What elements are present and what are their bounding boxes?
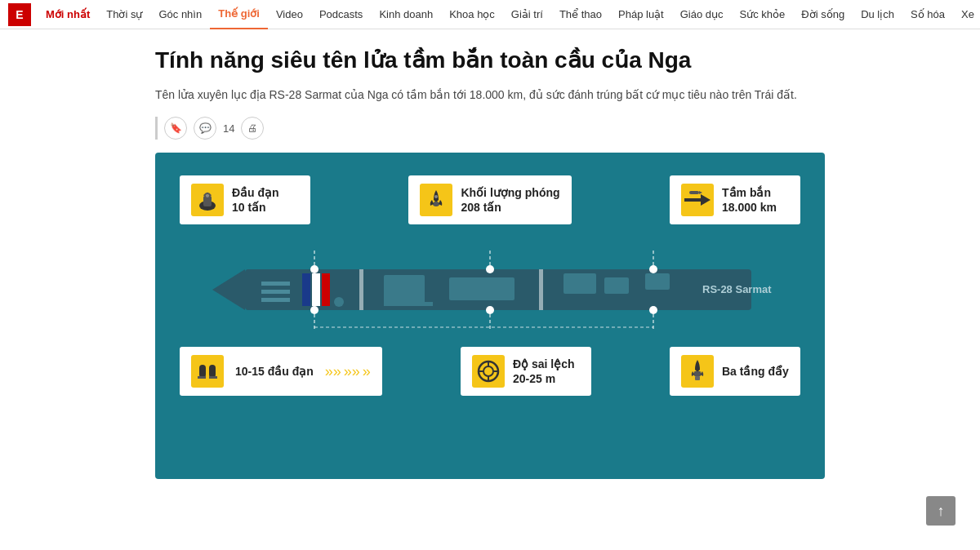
- card-ba-tang-day-value: Ba tầng đẩy: [722, 364, 789, 379]
- nav-item-xe[interactable]: Xe: [953, 0, 980, 29]
- svg-rect-42: [198, 376, 206, 379]
- card-khoi-luong-title: Khối lượng phóng: [461, 185, 559, 200]
- svg-point-27: [310, 265, 318, 273]
- svg-rect-24: [604, 277, 629, 294]
- svg-rect-14: [261, 290, 290, 294]
- arrows: »» »» »: [325, 363, 371, 380]
- card-khoi-luong-text: Khối lượng phóng 208 tấn: [461, 185, 559, 215]
- print-icon: 🖨: [247, 122, 257, 134]
- nav-item-gocnhin[interactable]: Góc nhìn: [150, 0, 210, 29]
- svg-rect-12: [539, 269, 543, 310]
- card-ba-tang-day-icon: [681, 355, 714, 388]
- card-tam-ban-icon: [681, 184, 714, 216]
- card-tam-ban: Tầm bắn 18.000 km: [670, 175, 800, 224]
- missile-diagram: RS-28 Sarmat: [180, 241, 800, 339]
- nav-item-giaithri[interactable]: Giải trí: [503, 0, 551, 29]
- card-do-sai-lech-value: 20-25 m: [513, 371, 575, 386]
- svg-rect-13: [261, 282, 290, 286]
- svg-rect-43: [209, 376, 217, 379]
- nav-item-podcasts[interactable]: Podcasts: [311, 0, 371, 29]
- card-khoi-luong: Khối lượng phóng 208 tấn: [408, 175, 571, 224]
- article-title: Tính năng siêu tên lửa tầm bắn toàn cầu …: [155, 46, 825, 75]
- svg-marker-8: [699, 191, 702, 194]
- nav-item-sohoa[interactable]: Số hóa: [902, 0, 953, 29]
- card-do-sai-lech-title: Độ sai lệch: [513, 357, 575, 371]
- svg-rect-25: [645, 273, 670, 290]
- nav-item-suckhoe[interactable]: Sức khỏe: [732, 0, 794, 29]
- card-do-sai-lech-icon: [472, 355, 505, 388]
- svg-rect-5: [684, 198, 701, 202]
- article-subtitle: Tên lửa xuyên lục địa RS-28 Sarmat của N…: [155, 86, 825, 104]
- nav-item-kinhdoanh[interactable]: Kinh doanh: [371, 0, 441, 29]
- svg-rect-50: [694, 371, 701, 376]
- card-dau-dan: Đầu đạn 10 tấn: [180, 175, 310, 224]
- svg-rect-16: [302, 273, 310, 306]
- nav-item-thethao[interactable]: Thể thao: [551, 0, 610, 29]
- card-dau-dan-title: Đầu đạn: [232, 185, 279, 200]
- card-do-sai-lech-text: Độ sai lệch 20-25 m: [513, 357, 575, 386]
- svg-point-45: [483, 366, 493, 376]
- svg-rect-15: [261, 298, 290, 302]
- infographic: Đầu đạn 10 tấn Khối lư: [155, 153, 825, 479]
- article-container: Tính năng siêu tên lửa tầm bắn toàn cầu …: [139, 29, 841, 479]
- nav-item-thoisu[interactable]: Thời sự: [98, 0, 150, 29]
- nav-item-dulich[interactable]: Du lịch: [853, 0, 902, 29]
- svg-marker-10: [212, 269, 245, 310]
- card-tam-ban-text: Tầm bắn 18.000 km: [722, 185, 777, 215]
- comment-count: 14: [223, 122, 234, 135]
- comment-icon: 💬: [199, 122, 212, 134]
- infographic-top-row: Đầu đạn 10 tấn Khối lư: [180, 175, 800, 224]
- svg-point-3: [433, 202, 439, 206]
- card-dau-dan-value: 10 tấn: [232, 200, 279, 215]
- svg-rect-23: [564, 273, 596, 294]
- card-dau-dan-text: Đầu đạn 10 tấn: [232, 185, 279, 215]
- card-ba-tang-day-text: Ba tầng đẩy: [722, 364, 789, 379]
- svg-text:RS-28 Sarmat: RS-28 Sarmat: [702, 283, 772, 295]
- site-logo[interactable]: E: [8, 3, 31, 26]
- card-do-sai-lech: Độ sai lệch 20-25 m: [461, 347, 591, 396]
- card-tam-ban-value: 18.000 km: [722, 200, 777, 215]
- svg-point-2: [206, 194, 209, 197]
- svg-rect-40: [199, 365, 206, 378]
- svg-rect-7: [689, 191, 699, 194]
- svg-rect-18: [322, 273, 330, 306]
- svg-rect-17: [312, 273, 320, 306]
- card-khoi-luong-value: 208 tấn: [461, 200, 559, 215]
- svg-rect-22: [449, 277, 514, 300]
- nav-item-thegioi[interactable]: Thế giới: [210, 0, 268, 29]
- card-khoi-luong-icon: [420, 184, 452, 216]
- svg-marker-6: [701, 194, 710, 206]
- card-10-15-text: 10-15 đầu đạn: [235, 364, 314, 379]
- nav-item-khoahoc[interactable]: Khoa học: [441, 0, 503, 29]
- print-button[interactable]: 🖨: [241, 117, 264, 140]
- infographic-bottom-row: 10-15 đầu đạn »» »» »: [180, 347, 800, 396]
- svg-point-29: [486, 265, 494, 273]
- svg-point-31: [649, 265, 657, 273]
- card-tam-ban-title: Tầm bắn: [722, 185, 777, 200]
- svg-point-4: [434, 195, 438, 198]
- svg-rect-20: [384, 275, 425, 304]
- svg-rect-51: [695, 376, 700, 380]
- nav-item-giaoduc[interactable]: Giáo dục: [672, 0, 732, 29]
- comment-button[interactable]: 💬: [194, 117, 216, 140]
- nav-item-video[interactable]: Video: [268, 0, 311, 29]
- svg-point-33: [310, 306, 318, 314]
- card-10-15-dau-dan: 10-15 đầu đạn »» »» »: [180, 347, 382, 396]
- bookmark-button[interactable]: 🔖: [164, 117, 187, 140]
- svg-rect-21: [384, 302, 433, 306]
- svg-point-37: [649, 306, 657, 314]
- svg-point-19: [334, 297, 344, 307]
- navbar: E Mới nhất Thời sự Góc nhìn Thế giới Vid…: [0, 0, 980, 29]
- card-10-15-value: 10-15 đầu đạn: [235, 364, 314, 379]
- nav-item-phapluat[interactable]: Pháp luật: [610, 0, 672, 29]
- card-dau-dan-icon: [191, 184, 224, 216]
- svg-point-35: [486, 306, 494, 314]
- card-10-15-icon: [191, 355, 224, 388]
- svg-rect-11: [359, 269, 363, 310]
- nav-item-moinhaat[interactable]: Mới nhất: [38, 0, 98, 29]
- article-actions: 🔖 💬 14 🖨: [155, 117, 825, 140]
- card-ba-tang-day: Ba tầng đẩy: [670, 347, 800, 396]
- svg-rect-41: [209, 365, 216, 378]
- bookmark-icon: 🔖: [170, 122, 182, 134]
- nav-item-doisong[interactable]: Đời sống: [793, 0, 853, 29]
